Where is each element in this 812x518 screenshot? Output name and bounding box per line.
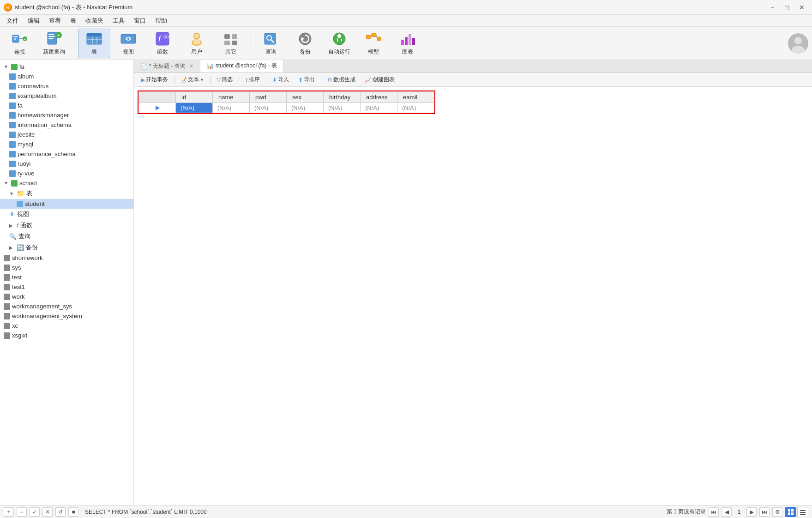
- sidebar-item-workmanagement-system[interactable]: workmanagement_system: [0, 311, 133, 321]
- sidebar-item-hanshu[interactable]: ▶ f 函数: [0, 220, 133, 231]
- export-button[interactable]: ⬆ 导出: [294, 74, 319, 85]
- sidebar-item-mysql[interactable]: mysql: [0, 139, 133, 149]
- menu-table[interactable]: 表: [66, 16, 81, 26]
- sidebar-label-school: school: [19, 180, 37, 187]
- toolbar-model[interactable]: 模型: [357, 29, 390, 58]
- col-header-sex[interactable]: sex: [287, 92, 324, 103]
- sidebar-item-homeworkmanager[interactable]: homeworkmanager: [0, 110, 133, 120]
- settings-button[interactable]: ⚙: [772, 507, 782, 517]
- table-icon-homeworkmanager: [9, 112, 16, 119]
- confirm-button[interactable]: ✓: [30, 507, 40, 517]
- create-chart-button[interactable]: 📈 创建图表: [361, 74, 399, 85]
- toolbar-view[interactable]: 视图: [112, 29, 144, 58]
- col-header-address[interactable]: address: [361, 92, 397, 103]
- sidebar-item-performance-schema[interactable]: performance_schema: [0, 149, 133, 159]
- sidebar-item-beifen[interactable]: ▶ 🔄 备份: [0, 242, 133, 253]
- menu-tools[interactable]: 工具: [108, 16, 129, 26]
- sidebar-item-ry-vue[interactable]: ry-vue: [0, 169, 133, 178]
- sidebar-item-shitu[interactable]: 👁 视图: [0, 209, 133, 220]
- sidebar-item-album[interactable]: album: [0, 72, 133, 81]
- menu-view[interactable]: 查看: [44, 16, 66, 26]
- cell-sex[interactable]: (N/A): [287, 103, 324, 113]
- sidebar-item-biao[interactable]: ▼ 📁 表: [0, 188, 133, 199]
- stop-button[interactable]: ■: [68, 507, 78, 517]
- col-header-eamil[interactable]: eamil: [397, 92, 434, 103]
- toolbar-autorun[interactable]: 自动运行: [323, 29, 355, 58]
- nav-last-button[interactable]: ⏭: [759, 507, 770, 517]
- delete-row-button[interactable]: −: [17, 507, 27, 517]
- import-button[interactable]: ⬇ 导入: [268, 74, 293, 85]
- cell-id[interactable]: (N/A): [176, 103, 213, 113]
- col-header-id[interactable]: id: [176, 92, 213, 103]
- cell-address[interactable]: (N/A): [361, 103, 397, 113]
- toolbar-function[interactable]: f (x) 函数: [146, 29, 179, 58]
- nav-prev-button[interactable]: ◀: [722, 507, 732, 517]
- cell-pwd[interactable]: (N/A): [250, 103, 287, 113]
- menu-file[interactable]: 文件: [2, 16, 23, 26]
- nav-first-button[interactable]: ⏮: [709, 507, 719, 517]
- maximize-button[interactable]: ◻: [781, 2, 794, 12]
- sidebar-item-xsglxt[interactable]: xsglxt: [0, 331, 133, 340]
- sidebar-item-fa[interactable]: ▼ fa: [0, 62, 133, 72]
- refresh-button[interactable]: ↺: [55, 507, 66, 517]
- sidebar-item-information-schema[interactable]: information_schema: [0, 120, 133, 130]
- begin-transaction-button[interactable]: ▶ 开始事务: [137, 74, 172, 85]
- minimize-button[interactable]: －: [766, 2, 779, 12]
- tab-untitled-query[interactable]: 📄 * 无标题 - 查询 ✕: [134, 60, 200, 72]
- sort-button[interactable]: ↕ 排序: [241, 74, 264, 85]
- nav-next-button[interactable]: ▶: [746, 507, 757, 517]
- tab-student-table[interactable]: 📊 student @school (fa) - 表: [200, 60, 284, 72]
- sidebar-item-xc[interactable]: xc: [0, 321, 133, 331]
- table-icon-mysql: [9, 141, 16, 148]
- cell-name[interactable]: (N/A): [213, 103, 250, 113]
- sidebar-item-jeesite[interactable]: jeesite: [0, 130, 133, 139]
- text-button[interactable]: 📝 文本 ▼: [176, 74, 208, 85]
- sidebar-item-shomework[interactable]: shomework: [0, 253, 133, 263]
- sidebar-item-sys[interactable]: sys: [0, 263, 133, 272]
- menu-favorites[interactable]: 收藏夹: [81, 16, 108, 26]
- toolbar-table[interactable]: 表: [78, 29, 110, 58]
- avatar[interactable]: [788, 33, 808, 54]
- col-header-pwd[interactable]: pwd: [250, 92, 287, 103]
- sidebar-item-work[interactable]: work: [0, 292, 133, 301]
- cell-eamil[interactable]: (N/A): [397, 103, 434, 113]
- menu-help[interactable]: 帮助: [150, 16, 172, 26]
- tab-close-query[interactable]: ✕: [189, 63, 193, 69]
- sidebar-item-coronavirus[interactable]: coronavirus: [0, 81, 133, 91]
- toolbar-new-query[interactable]: + 新建查询: [38, 29, 70, 58]
- toolbar-query[interactable]: 查询: [255, 29, 287, 58]
- sidebar-item-examplealbum[interactable]: examplealbum: [0, 91, 133, 101]
- sidebar-label-student: student: [25, 200, 45, 207]
- col-header-birthday[interactable]: birthday: [324, 92, 361, 103]
- sidebar-item-workmanagement-sys[interactable]: workmanagement_sys: [0, 301, 133, 311]
- sidebar-item-test1[interactable]: test1: [0, 282, 133, 292]
- list-view-button[interactable]: [797, 507, 808, 517]
- cell-birthday[interactable]: (N/A): [324, 103, 361, 113]
- data-table: id name pwd sex birthday address eamil: [138, 91, 434, 113]
- sidebar-item-school[interactable]: ▼ school: [0, 178, 133, 188]
- data-gen-button[interactable]: ⚙ 数据生成: [323, 74, 360, 85]
- sidebar-item-ruoyi[interactable]: ruoyi: [0, 159, 133, 169]
- function-icon: f (x): [154, 30, 171, 47]
- col-header-name[interactable]: name: [213, 92, 250, 103]
- sidebar-item-fa2[interactable]: fa: [0, 101, 133, 110]
- sidebar-item-student[interactable]: student: [0, 199, 133, 209]
- db-icon-fa: [11, 64, 18, 70]
- filter-button[interactable]: ▽ 筛选: [212, 74, 237, 85]
- sidebar-item-test[interactable]: test: [0, 272, 133, 282]
- sort-icon: ↕: [245, 77, 248, 83]
- toolbar-connect[interactable]: + 连接: [4, 29, 36, 58]
- add-row-button[interactable]: +: [4, 507, 14, 517]
- svg-rect-56: [788, 512, 790, 515]
- cancel-edit-button[interactable]: ✕: [42, 507, 53, 517]
- menu-edit[interactable]: 编辑: [23, 16, 44, 26]
- toolbar-other[interactable]: 其它: [215, 29, 247, 58]
- toolbar-user[interactable]: 用户: [180, 29, 213, 58]
- grid-view-button[interactable]: [785, 507, 796, 517]
- svg-point-20: [127, 38, 129, 40]
- close-button[interactable]: ✕: [795, 2, 808, 12]
- toolbar-backup[interactable]: 备份: [289, 29, 321, 58]
- menu-window[interactable]: 窗口: [129, 16, 150, 26]
- sidebar-item-chaxun[interactable]: 🔍 查询: [0, 231, 133, 242]
- toolbar-chart[interactable]: 图表: [391, 29, 424, 58]
